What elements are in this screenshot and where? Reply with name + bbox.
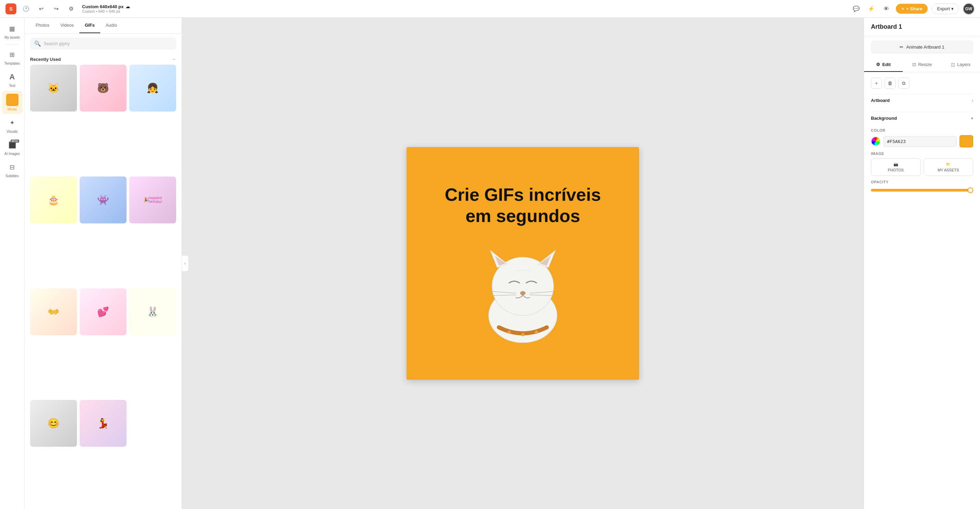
- background-section-header[interactable]: Background ▾: [871, 112, 973, 124]
- share-icon: +: [901, 6, 904, 11]
- svg-point-6: [520, 291, 525, 295]
- preview-button[interactable]: 👁: [881, 3, 892, 14]
- search-icon: 🔍: [34, 40, 41, 47]
- gif-item-bunny[interactable]: 🐰: [129, 288, 176, 335]
- right-panel-tabs: ⚙ Edit ⊡ Resize ◫ Layers: [864, 58, 980, 72]
- background-chevron-icon: ▾: [971, 116, 973, 121]
- my-assets-option-button[interactable]: 📁 MY ASSETS: [924, 158, 974, 176]
- my-assets-option-icon: 📁: [946, 162, 951, 167]
- canvas-text: Crie GIFs incríveis em segundos: [431, 184, 615, 227]
- history-button[interactable]: 🕐: [21, 3, 32, 14]
- gif-item-more[interactable]: 💃: [80, 400, 127, 447]
- sidebar-label-my-assets: My assets: [5, 35, 20, 39]
- redo-button[interactable]: ↪: [51, 3, 62, 14]
- delete-layer-button[interactable]: 🗑: [885, 78, 896, 89]
- settings-button[interactable]: ⚙: [66, 3, 76, 14]
- gif-item-pooh[interactable]: 🐻: [80, 65, 127, 112]
- duplicate-layer-button[interactable]: ⧉: [898, 78, 909, 89]
- sidebar-item-visuals[interactable]: ✦ Visuals: [2, 115, 22, 136]
- recently-used-title: Recently Used: [30, 57, 61, 62]
- color-swatch[interactable]: [959, 135, 973, 147]
- gif-grid: 🐱 🐻 👧 🎂 👾 🎉happiestbirthday! 👐: [25, 65, 181, 509]
- recently-used-arrow[interactable]: →: [171, 56, 176, 62]
- undo-button[interactable]: ↩: [35, 3, 46, 14]
- canvas-area: ‹ Crie GIFs incríveis em segundos: [182, 18, 864, 509]
- sidebar-item-text[interactable]: A Text: [2, 69, 22, 90]
- topbar: S 🕐 ↩ ↪ ⚙ Custom 640x640 px ☁ Custom • 6…: [0, 0, 980, 18]
- tab-gifs[interactable]: GIFs: [80, 18, 100, 33]
- lightning-button[interactable]: ⚡: [866, 3, 877, 14]
- my-assets-icon: ▦: [7, 23, 18, 34]
- gif-item-hands[interactable]: 👐: [30, 288, 77, 335]
- gif-item-stitch[interactable]: 👾: [80, 177, 127, 223]
- media-panel: Photos Videos GIFs Audio 🔍 Recently Used…: [25, 18, 182, 509]
- photos-option-label: PHOTOS: [888, 168, 904, 172]
- tab-photos[interactable]: Photos: [30, 18, 55, 33]
- color-picker-button[interactable]: [871, 137, 880, 146]
- tab-audio[interactable]: Audio: [100, 18, 123, 33]
- opacity-slider[interactable]: [871, 189, 973, 191]
- artboard-title: Artboard 1: [871, 23, 973, 30]
- artboard-section-header[interactable]: Artboard ›: [871, 94, 973, 106]
- export-button[interactable]: Export ▾: [932, 3, 959, 14]
- search-input[interactable]: [44, 41, 172, 46]
- sidebar-item-subtitles[interactable]: ⊟ Subtitles: [2, 159, 22, 180]
- artboard-section-title: Artboard: [871, 98, 890, 103]
- tab-resize[interactable]: ⊡ Resize: [903, 58, 941, 72]
- layers-tab-label: Layers: [957, 62, 970, 67]
- history-icon: 🕐: [22, 5, 29, 12]
- left-icon-sidebar: ▦ My assets ⊞ Templates A Text 🖼 Media ✦…: [0, 18, 25, 509]
- sidebar-item-media[interactable]: 🖼 Media: [2, 91, 22, 114]
- color-hex-input[interactable]: #F5A623: [883, 136, 957, 147]
- search-box: 🔍: [30, 38, 176, 49]
- svg-point-12: [521, 333, 525, 336]
- tab-edit[interactable]: ⚙ Edit: [864, 58, 903, 72]
- svg-point-11: [508, 330, 511, 334]
- ai-images-icon: ⬛ BETA: [7, 140, 18, 150]
- sidebar-item-templates[interactable]: ⊞ Templates: [2, 46, 22, 68]
- share-button[interactable]: + + Share: [896, 4, 928, 14]
- project-name: Custom 640x640 px: [82, 4, 123, 9]
- resize-tab-icon: ⊡: [912, 62, 916, 67]
- templates-icon: ⊞: [7, 49, 18, 60]
- comment-button[interactable]: 💬: [851, 3, 862, 14]
- animate-artboard-button[interactable]: ✏ Animate Artboard 1: [871, 40, 973, 54]
- sidebar-divider: [5, 44, 19, 45]
- visuals-icon: ✦: [7, 117, 18, 128]
- sidebar-label-subtitles: Subtitles: [5, 174, 19, 178]
- project-dimensions: Custom • 640 × 640 px: [82, 9, 130, 13]
- preview-icon: 👁: [884, 6, 889, 12]
- gif-item-bday[interactable]: 🎂: [30, 177, 77, 223]
- gif-item-bday-text[interactable]: 🎉happiestbirthday!: [129, 177, 176, 223]
- add-layer-button[interactable]: +: [871, 78, 882, 89]
- right-panel-content: + 🗑 ⧉ Artboard › Background ▾ COLOR: [864, 72, 980, 509]
- collapse-panel-button[interactable]: ‹: [182, 255, 189, 271]
- right-panel: Artboard 1 ✏ Animate Artboard 1 ⚙ Edit ⊡…: [864, 18, 980, 509]
- sidebar-label-templates: Templates: [5, 62, 20, 65]
- color-prop-label: COLOR: [871, 128, 973, 132]
- gif-item-cat[interactable]: 🐱: [30, 65, 77, 112]
- sidebar-item-ai-images[interactable]: ⬛ BETA AI Images: [2, 137, 22, 158]
- redo-icon: ↪: [54, 5, 59, 12]
- gif-item-girl[interactable]: 👧: [129, 65, 176, 112]
- right-panel-header: Artboard 1: [864, 18, 980, 36]
- svg-point-13: [535, 330, 538, 334]
- canvas-headline: Crie GIFs incríveis em segundos: [445, 184, 601, 227]
- tab-layers[interactable]: ◫ Layers: [941, 58, 980, 72]
- background-section: Background ▾ COLOR #F5A623 IMAGE 📷 PHOTO…: [871, 112, 973, 193]
- photos-option-button[interactable]: 📷 PHOTOS: [871, 158, 921, 176]
- color-row: #F5A623: [871, 135, 973, 147]
- sidebar-item-my-assets[interactable]: ▦ My assets: [2, 21, 22, 42]
- gif-item-emoji[interactable]: 😊: [30, 400, 77, 447]
- sidebar-label-ai-images: AI Images: [5, 152, 20, 156]
- my-assets-option-label: MY ASSETS: [938, 168, 959, 172]
- main-layout: ▦ My assets ⊞ Templates A Text 🖼 Media ✦…: [0, 18, 980, 509]
- canvas-frame[interactable]: Crie GIFs incríveis em segundos: [407, 147, 639, 380]
- tab-videos[interactable]: Videos: [55, 18, 80, 33]
- opacity-slider-wrap: [871, 187, 973, 193]
- gif-item-hearts[interactable]: 💕: [80, 288, 127, 335]
- subtitles-icon: ⊟: [7, 162, 18, 173]
- user-avatar[interactable]: GW: [963, 3, 975, 15]
- app-logo[interactable]: S: [5, 3, 16, 14]
- text-icon: A: [7, 72, 18, 83]
